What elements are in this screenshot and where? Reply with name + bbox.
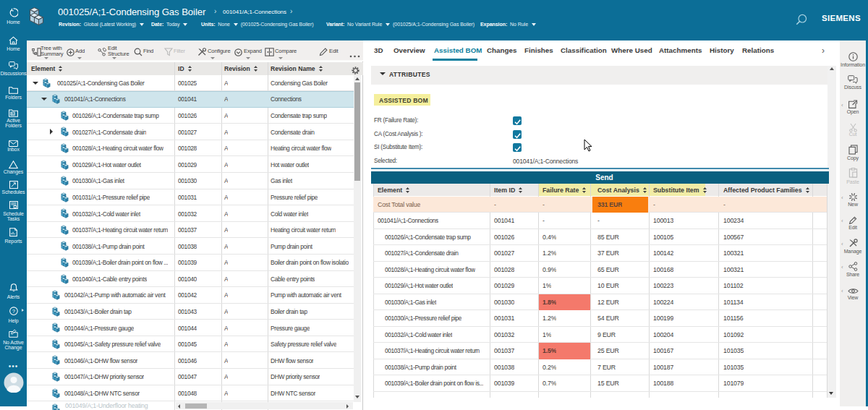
svg-text:?: ? (12, 308, 14, 315)
